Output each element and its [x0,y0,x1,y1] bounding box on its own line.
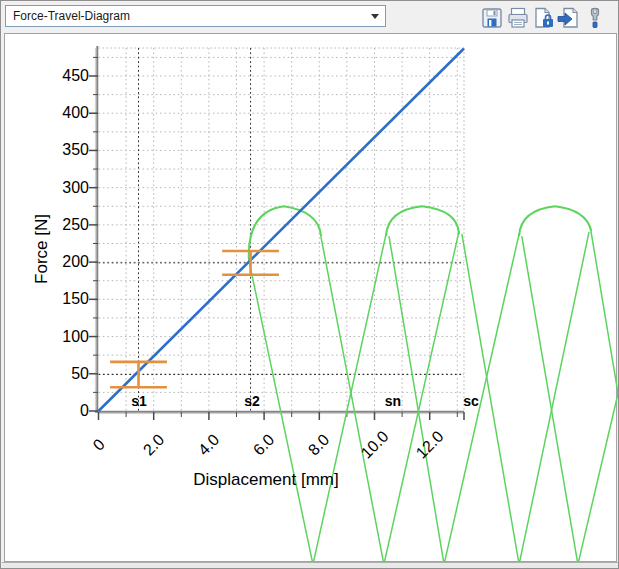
y-tick-label: 300 [39,179,89,197]
app-window: Force-Travel-Diagram [0,0,619,569]
y-tick-label: 450 [39,67,89,85]
y-tick-label: 0 [39,402,89,420]
x-axis-title: Displacement [mm] [193,470,338,490]
point-label-s2: s2 [244,393,260,409]
y-axis-title: Force [N] [32,214,52,284]
measurement-markers [110,251,279,387]
y-tick-label: 150 [39,290,89,308]
y-tick-label: 50 [39,365,89,383]
y-tick-label: 350 [39,141,89,159]
errorbar-s1 [110,362,167,387]
status-bar [2,562,619,569]
point-label-sc: sc [463,393,479,409]
coil-spring-overlay [249,206,619,564]
y-tick-label: 400 [39,104,89,122]
point-label-s1: s1 [131,393,147,409]
y-tick-label: 100 [39,328,89,346]
point-label-sn: sn [385,393,401,409]
